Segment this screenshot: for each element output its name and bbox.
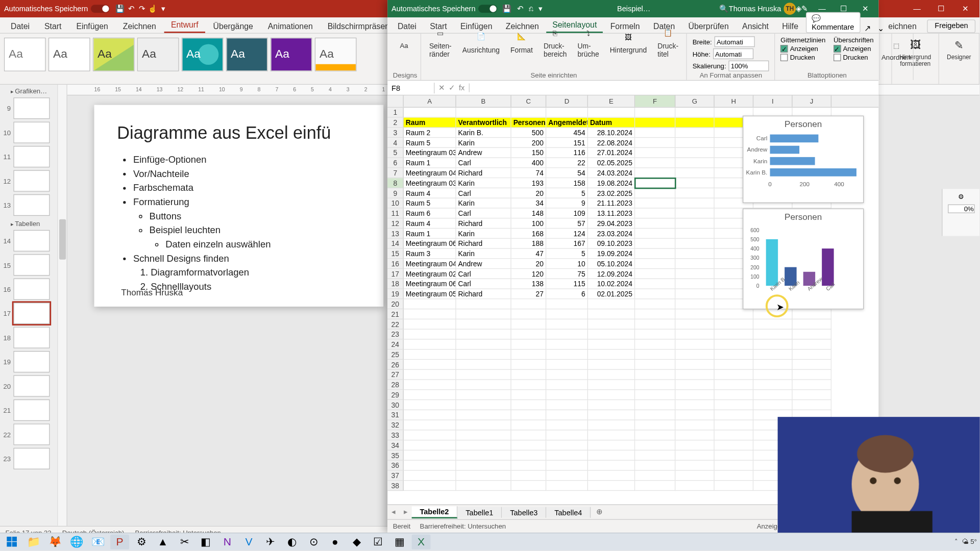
cell[interactable] — [753, 309, 792, 319]
cell[interactable]: 22.08.2024 — [588, 138, 635, 148]
autosave-toggle[interactable] — [91, 5, 110, 13]
cell[interactable] — [404, 319, 456, 330]
cancel-fx-icon[interactable]: ✕ — [438, 83, 445, 92]
cell[interactable] — [675, 269, 714, 279]
gitter-anzeigen-checkbox[interactable]: ✓Anzeigen — [780, 45, 825, 52]
cell[interactable] — [675, 209, 714, 219]
colhdr-B[interactable]: B — [456, 95, 511, 107]
cell[interactable]: Angemeldet — [546, 118, 588, 128]
colhdr-I[interactable]: I — [753, 95, 792, 107]
cell[interactable]: 150 — [511, 148, 547, 158]
theme-4[interactable]: Aa — [137, 38, 179, 71]
rownum[interactable]: 25 — [387, 349, 404, 360]
cell[interactable] — [635, 299, 675, 310]
cell[interactable] — [404, 390, 456, 400]
cell[interactable] — [753, 400, 792, 410]
cell[interactable]: 167 — [546, 239, 588, 249]
cell[interactable]: Carl — [456, 279, 511, 289]
onenote-icon[interactable]: N — [218, 534, 237, 549]
cell[interactable] — [456, 309, 511, 319]
cell[interactable]: 09.10.2023 — [588, 239, 635, 249]
cell[interactable]: 19.09.2024 — [588, 249, 635, 259]
cell[interactable] — [635, 471, 675, 481]
rownum[interactable]: 33 — [387, 431, 404, 441]
cell[interactable]: Raum 4 — [404, 188, 456, 198]
colhdr-F[interactable]: F — [635, 95, 675, 107]
cell[interactable]: Karin — [456, 178, 511, 188]
cell[interactable]: 47 — [511, 249, 547, 259]
cell[interactable] — [675, 158, 714, 168]
colhdr-J[interactable]: J — [793, 95, 831, 107]
rownum[interactable]: 17 — [387, 269, 404, 279]
cell[interactable] — [675, 440, 714, 450]
cell[interactable] — [404, 360, 456, 370]
sheet-tab-1[interactable]: Tabelle2 — [412, 506, 458, 518]
cell[interactable] — [511, 340, 547, 350]
hintergrund-button[interactable]: 🖼Hintergrund — [607, 28, 650, 55]
cell[interactable] — [511, 431, 547, 441]
gear-icon[interactable]: ⚙ — [958, 193, 964, 200]
cell[interactable] — [675, 400, 714, 410]
telegram-icon[interactable]: ✈ — [261, 534, 280, 549]
cell[interactable] — [635, 481, 675, 491]
cell[interactable] — [588, 450, 635, 461]
cell[interactable]: 151 — [546, 138, 588, 148]
cell[interactable] — [793, 390, 831, 400]
ex-tab-datei[interactable]: Datei — [391, 19, 423, 33]
cell[interactable] — [546, 319, 588, 330]
user-name[interactable]: Thomas Hruska — [729, 5, 781, 13]
colhdr-G[interactable]: G — [675, 95, 714, 107]
cell[interactable] — [635, 178, 675, 188]
breite-input[interactable] — [715, 36, 755, 47]
more-icon[interactable]: ▾ — [158, 4, 168, 14]
cell[interactable] — [588, 309, 635, 319]
sheet-tab-4[interactable]: Tabelle4 — [546, 507, 591, 517]
rownum[interactable]: 3 — [387, 128, 404, 138]
cell[interactable] — [753, 370, 792, 380]
cell[interactable] — [635, 410, 675, 420]
cell[interactable] — [588, 380, 635, 390]
rownum[interactable]: 20 — [387, 299, 404, 310]
rownum[interactable]: 16 — [387, 259, 404, 269]
sheet-tab-2[interactable]: Tabelle1 — [458, 507, 502, 517]
cell[interactable]: Raum 6 — [404, 209, 456, 219]
cell[interactable]: Meetingraum 04 — [404, 259, 456, 269]
cell[interactable] — [635, 158, 675, 168]
cell[interactable]: 02.05.2025 — [588, 158, 635, 168]
pp-max-icon[interactable]: ☐ — [931, 2, 951, 15]
cell[interactable] — [511, 299, 547, 310]
cell[interactable] — [715, 400, 753, 410]
tab-einfuegen[interactable]: Einfügen — [69, 19, 115, 33]
cell[interactable]: 148 — [511, 209, 547, 219]
cell[interactable]: Karin B. — [456, 128, 511, 138]
save-icon[interactable]: 💾 — [115, 4, 126, 14]
cell[interactable]: 188 — [511, 239, 547, 249]
cell[interactable]: 20 — [511, 188, 547, 198]
thumb-15[interactable]: 15 — [0, 253, 66, 277]
cell[interactable] — [456, 400, 511, 410]
cell[interactable] — [546, 461, 588, 471]
cell[interactable]: Raum 5 — [404, 138, 456, 148]
app-icon[interactable]: ⚙ — [132, 534, 151, 549]
rownum[interactable]: 37 — [387, 471, 404, 481]
cell[interactable] — [635, 128, 675, 138]
cell[interactable] — [675, 380, 714, 390]
cell[interactable]: Carl — [456, 158, 511, 168]
thumb-13[interactable]: 13 — [0, 193, 66, 217]
cell[interactable] — [635, 279, 675, 289]
thumb-14[interactable]: 14 — [0, 229, 66, 253]
cell[interactable]: Karin — [456, 198, 511, 209]
cell[interactable] — [404, 299, 456, 310]
cell[interactable] — [793, 319, 831, 330]
cell[interactable] — [675, 229, 714, 239]
sheet-nav-prev[interactable]: ◂ — [387, 508, 400, 516]
cell[interactable] — [588, 471, 635, 481]
rownum[interactable]: 24 — [387, 340, 404, 350]
cell[interactable]: Meetingraum 03 — [404, 148, 456, 158]
cell[interactable] — [793, 330, 831, 340]
thumb-19[interactable]: 19 — [0, 349, 66, 373]
cell[interactable] — [588, 440, 635, 450]
cell[interactable] — [511, 400, 547, 410]
cell[interactable] — [675, 461, 714, 471]
cell[interactable] — [588, 481, 635, 491]
